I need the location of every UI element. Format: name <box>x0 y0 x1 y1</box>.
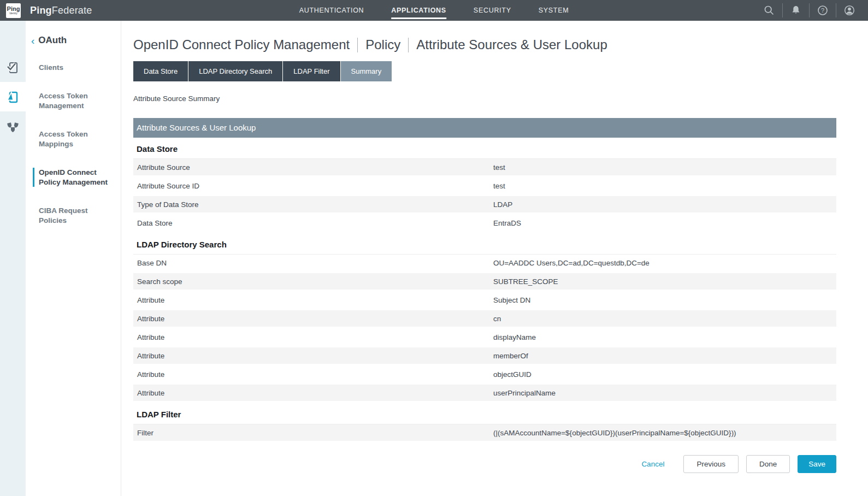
svg-text:?: ? <box>821 7 824 14</box>
chevron-left-icon: ‹ <box>31 36 34 46</box>
section-heading-ldap-filter: LDAP Filter <box>133 403 836 424</box>
summary-table: Data StoreAttribute SourcetestAttribute … <box>133 138 836 441</box>
row-label: Base DN <box>133 259 493 267</box>
save-button[interactable]: Save <box>798 455 836 473</box>
table-row: Attribute Sourcetest <box>133 159 836 175</box>
row-label: Attribute Source ID <box>133 182 493 190</box>
rail-item-approvals[interactable] <box>0 52 26 82</box>
help-icon[interactable]: ? <box>817 4 829 16</box>
nav-item-authentication[interactable]: AUTHENTICATION <box>299 0 364 21</box>
table-row: AttributeuserPrincipalName <box>133 385 836 401</box>
tab-ldap-filter[interactable]: LDAP Filter <box>283 61 340 81</box>
table-row: Filter(|(sAMAccountName=${objectGUID})(u… <box>133 424 836 441</box>
row-label: Filter <box>133 429 493 437</box>
row-value: test <box>493 182 836 190</box>
sidebar-menu: ‹ OAuth ClientsAccess Token ManagementAc… <box>26 21 121 496</box>
table-row: Type of Data StoreLDAP <box>133 196 836 212</box>
ping-logo-text: Ping <box>7 6 20 12</box>
sidebar-item-ciba-request-policies[interactable]: CIBA Request Policies <box>39 206 114 226</box>
nav-item-system[interactable]: SYSTEM <box>539 0 569 21</box>
sidebar-icon-rail <box>0 21 26 496</box>
tab-ldap-directory-search[interactable]: LDAP Directory Search <box>188 61 282 81</box>
previous-button[interactable]: Previous <box>683 455 739 473</box>
breadcrumb: OpenID Connect Policy ManagementPolicyAt… <box>133 37 836 52</box>
brand-title: PingFederate <box>30 5 92 16</box>
account-icon[interactable] <box>843 4 855 16</box>
brand-title-light: Federate <box>52 5 92 16</box>
row-value: memberOf <box>493 352 836 360</box>
section-heading-data-store: Data Store <box>133 138 836 159</box>
table-row: AttributememberOf <box>133 347 836 364</box>
ping-logo: Ping Identity <box>6 3 21 18</box>
row-value: Subject DN <box>493 296 836 304</box>
access-token-icon <box>5 90 20 104</box>
sidebar-item-openid-connect-policy-management[interactable]: OpenID Connect Policy Management <box>39 168 114 187</box>
search-icon[interactable] <box>763 4 775 16</box>
footer-actions: Cancel Previous Done Save <box>133 455 836 473</box>
breadcrumb-divider <box>357 38 358 52</box>
table-row: AttributeobjectGUID <box>133 366 836 382</box>
row-value: EntraDS <box>493 219 836 227</box>
row-value: userPrincipalName <box>493 389 836 397</box>
sidebar-item-access-token-mappings[interactable]: Access Token Mappings <box>39 129 114 149</box>
sidebar-item-clients[interactable]: Clients <box>39 63 114 73</box>
breadcrumb-divider <box>408 38 409 52</box>
rail-item-mappings[interactable] <box>0 111 26 141</box>
ping-logo-subtext: Identity <box>9 13 17 15</box>
topbar-divider <box>782 3 783 17</box>
nav-item-security[interactable]: SECURITY <box>474 0 511 21</box>
table-row: AttributedisplayName <box>133 329 836 345</box>
mappings-icon <box>5 119 20 134</box>
row-value: cn <box>493 315 836 323</box>
nav-item-applications[interactable]: APPLICATIONS <box>391 0 446 21</box>
row-value: objectGUID <box>493 370 836 379</box>
main-content: OpenID Connect Policy ManagementPolicyAt… <box>122 21 868 496</box>
topbar-divider <box>809 3 810 17</box>
summary-table-header: Attribute Sources & User Lookup <box>133 118 836 138</box>
table-row: Data StoreEntraDS <box>133 215 836 231</box>
row-label: Search scope <box>133 277 493 286</box>
section-heading-ldap-directory-search: LDAP Directory Search <box>133 233 836 255</box>
row-label: Attribute <box>133 389 493 397</box>
wizard-tabs: Data StoreLDAP Directory SearchLDAP Filt… <box>133 61 836 81</box>
brand-title-bold: Ping <box>30 5 52 16</box>
sidebar: ‹ OAuth ClientsAccess Token ManagementAc… <box>0 21 121 496</box>
topbar-divider <box>836 3 836 17</box>
sidebar-items: ClientsAccess Token ManagementAccess Tok… <box>26 63 121 226</box>
sidebar-back-label: OAuth <box>38 35 67 46</box>
row-value: displayName <box>493 333 836 341</box>
sidebar-back-oauth[interactable]: ‹ OAuth <box>31 35 115 46</box>
breadcrumb-segment: OpenID Connect Policy Management <box>133 37 350 52</box>
row-value: LDAP <box>493 200 836 209</box>
row-value: OU=AADDC Users,DC=ad,DC=questdb,DC=de <box>493 259 836 267</box>
row-value: test <box>493 163 836 172</box>
row-label: Attribute <box>133 296 493 304</box>
table-row: Search scopeSUBTREE_SCOPE <box>133 273 836 290</box>
row-label: Type of Data Store <box>133 200 493 209</box>
approvals-icon <box>5 60 20 75</box>
sidebar-item-access-token-management[interactable]: Access Token Management <box>39 91 114 111</box>
top-bar-icons: ? <box>756 0 863 21</box>
table-row: AttributeSubject DN <box>133 292 836 308</box>
table-row: Attribute Source IDtest <box>133 178 836 194</box>
breadcrumb-segment: Attribute Sources & User Lookup <box>416 37 607 52</box>
notifications-icon[interactable] <box>790 4 802 16</box>
row-label: Attribute <box>133 333 493 341</box>
page-subtitle: Attribute Source Summary <box>133 95 836 103</box>
row-label: Attribute <box>133 315 493 323</box>
cancel-link[interactable]: Cancel <box>641 460 664 468</box>
table-row: Attributecn <box>133 310 836 327</box>
done-button[interactable]: Done <box>746 455 790 473</box>
breadcrumb-segment: Policy <box>365 37 400 52</box>
row-label: Attribute Source <box>133 163 493 172</box>
row-value: (|(sAMAccountName=${objectGUID})(userPri… <box>493 429 836 437</box>
table-row: Base DNOU=AADDC Users,DC=ad,DC=questdb,D… <box>133 255 836 271</box>
row-label: Attribute <box>133 352 493 360</box>
rail-item-access-token[interactable] <box>0 82 26 111</box>
tab-data-store[interactable]: Data Store <box>133 61 188 81</box>
row-label: Data Store <box>133 219 493 227</box>
row-label: Attribute <box>133 370 493 379</box>
tab-summary[interactable]: Summary <box>341 61 392 81</box>
row-value: SUBTREE_SCOPE <box>493 277 836 286</box>
top-bar: Ping Identity PingFederate AUTHENTICATIO… <box>0 0 868 21</box>
